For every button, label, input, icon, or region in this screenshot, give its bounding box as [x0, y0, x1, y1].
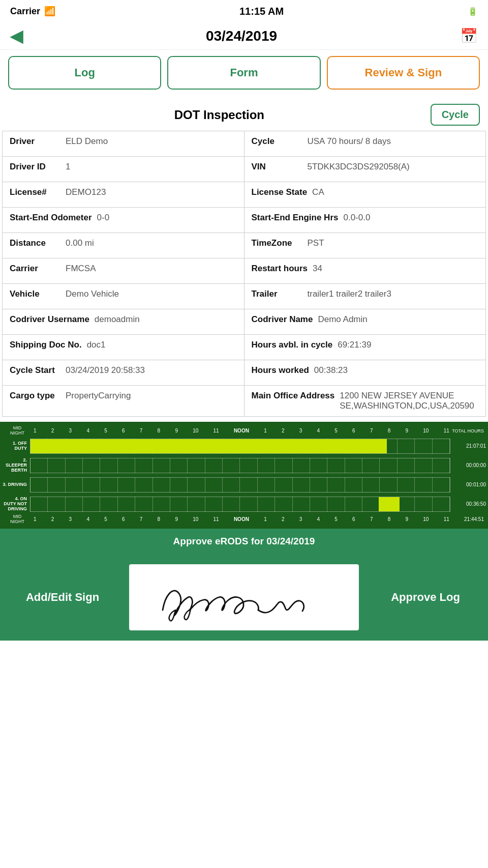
section-header: DOT Inspection Cycle — [0, 96, 488, 131]
total-hours-label: TOTAL HOURS — [450, 428, 486, 433]
carrier-label: Carrier — [10, 6, 40, 17]
chart-row-driving: 3. DRIVING 00:01:00 — [2, 476, 486, 494]
field-license-state: License State CA — [245, 182, 486, 208]
field-trailer: Trailer trailer1 trailer2 trailer3 — [245, 284, 486, 309]
bottom-sign-area: Add/Edit Sign Approve Log — [0, 554, 488, 641]
approve-erods-bar: Approve eRODS for 03/24/2019 — [0, 529, 488, 554]
field-cycle-start: Cycle Start 03/24/2019 20:58:33 — [3, 360, 245, 386]
tab-review[interactable]: Review & Sign — [327, 56, 480, 90]
signature-svg — [129, 564, 359, 630]
field-timezone: TimeZone PST — [245, 233, 486, 258]
night-label-bottom: NIGHT — [2, 519, 33, 525]
field-license: License# DEMO123 — [3, 182, 245, 208]
bar-sleeper — [30, 458, 450, 473]
bar-offduty — [30, 439, 450, 454]
info-grid: Driver ELD Demo Cycle USA 70 hours/ 8 da… — [2, 131, 486, 417]
field-hours-worked: Hours worked 00:38:23 — [245, 360, 486, 386]
status-time: 11:15 AM — [55, 6, 468, 17]
row-label-onduty: 4. ON DUTY NOT DRIVING — [2, 497, 30, 512]
field-engine-hrs: Start-End Engine Hrs 0.0-0.0 — [245, 208, 486, 233]
tab-log[interactable]: Log — [8, 56, 161, 90]
row-label-offduty: 1. OFF DUTY — [2, 441, 30, 451]
calendar-icon[interactable]: 📅 — [460, 27, 478, 44]
total-onduty: 00:36:50 — [450, 501, 486, 507]
bar-onduty — [30, 497, 450, 512]
chart-row-sleeper: 2. SLEEPER BERTH 00:00:00 — [2, 456, 486, 475]
field-driver-id: Driver ID 1 — [3, 157, 245, 182]
section-title: DOT Inspection — [174, 108, 264, 122]
field-shipping-doc: Shipping Doc No. doc1 — [3, 335, 245, 360]
tab-form[interactable]: Form — [167, 56, 320, 90]
night-label-top: NIGHT — [2, 431, 33, 436]
wifi-icon: 📶 — [44, 6, 55, 17]
chart-bottom-time: 21:44:51 — [450, 516, 486, 522]
signature-box[interactable] — [129, 564, 359, 630]
field-cycle: Cycle USA 70 hours/ 8 days — [245, 131, 486, 157]
field-vehicle: Vehicle Demo Vehicle — [3, 284, 245, 309]
add-edit-sign-button[interactable]: Add/Edit Sign — [0, 586, 125, 609]
chart-row-onduty: 4. ON DUTY NOT DRIVING 00:36:50 — [2, 495, 486, 513]
total-driving: 00:01:00 — [450, 482, 486, 487]
field-driver: Driver ELD Demo — [3, 131, 245, 157]
battery-icon: 🔋 — [468, 7, 478, 16]
nav-date: 03/24/2019 — [206, 28, 277, 44]
field-cargo-type: Cargo type PropertyCarrying — [3, 386, 245, 417]
status-bar: Carrier 📶 11:15 AM 🔋 — [0, 0, 488, 22]
field-odometer: Start-End Odometer 0-0 — [3, 208, 245, 233]
nav-bar: ◀ 03/24/2019 📅 — [0, 22, 488, 50]
tab-bar: Log Form Review & Sign — [0, 50, 488, 96]
cycle-button[interactable]: Cycle — [431, 104, 480, 126]
back-button[interactable]: ◀ — [10, 28, 23, 44]
log-chart: MID NIGHT 1234567891011NOON1234567891011… — [0, 422, 488, 529]
field-vin: VIN 5TDKK3DC3DS292058(A) — [245, 157, 486, 182]
field-carrier: Carrier FMCSA — [3, 258, 245, 284]
chart-row-offduty: 1. OFF DUTY 21:07:01 — [2, 437, 486, 455]
total-sleeper: 00:00:00 — [450, 462, 486, 468]
approve-erods-text: Approve eRODS for 03/24/2019 — [173, 536, 315, 546]
field-hours-avbl: Hours avbl. in cycle 69:21:39 — [245, 335, 486, 360]
row-label-sleeper: 2. SLEEPER BERTH — [2, 458, 30, 473]
field-codriver-username: Codriver Username demoadmin — [3, 309, 245, 335]
bar-driving — [30, 477, 450, 493]
field-codriver-name: Codriver Name Demo Admin — [245, 309, 486, 335]
total-offduty: 21:07:01 — [450, 443, 486, 449]
approve-log-button[interactable]: Approve Log — [363, 586, 488, 609]
battery-area: 🔋 — [468, 7, 478, 16]
carrier-wifi: Carrier 📶 — [10, 6, 55, 17]
field-main-office: Main Office Address 1200 NEW JERSEY AVEN… — [245, 386, 486, 417]
row-label-driving: 3. DRIVING — [2, 482, 30, 487]
field-distance: Distance 0.00 mi — [3, 233, 245, 258]
field-restart-hours: Restart hours 34 — [245, 258, 486, 284]
